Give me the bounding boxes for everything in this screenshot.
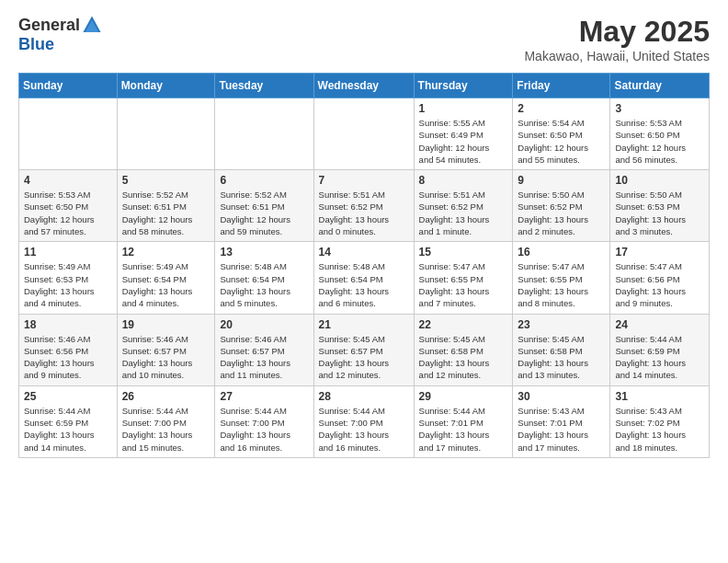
day-info: Sunrise: 5:53 AM Sunset: 6:50 PM Dayligh…	[24, 189, 112, 237]
day-number: 6	[220, 174, 308, 187]
day-number: 30	[518, 390, 605, 403]
calendar-cell: 16Sunrise: 5:47 AM Sunset: 6:55 PM Dayli…	[513, 242, 610, 314]
main-title: May 2025	[524, 15, 710, 49]
calendar-cell: 19Sunrise: 5:46 AM Sunset: 6:57 PM Dayli…	[117, 314, 215, 385]
day-number: 22	[419, 318, 508, 331]
week-row-5: 25Sunrise: 5:44 AM Sunset: 6:59 PM Dayli…	[19, 385, 710, 457]
day-info: Sunrise: 5:44 AM Sunset: 6:59 PM Dayligh…	[24, 405, 112, 454]
calendar-cell: 20Sunrise: 5:46 AM Sunset: 6:57 PM Dayli…	[215, 314, 313, 385]
calendar-cell	[215, 98, 313, 170]
day-info: Sunrise: 5:52 AM Sunset: 6:51 PM Dayligh…	[220, 189, 308, 237]
day-number: 4	[24, 174, 112, 187]
header-friday: Friday	[513, 74, 610, 98]
day-info: Sunrise: 5:49 AM Sunset: 6:54 PM Dayligh…	[122, 260, 210, 309]
day-info: Sunrise: 5:45 AM Sunset: 6:58 PM Dayligh…	[419, 333, 508, 382]
day-number: 12	[122, 246, 210, 259]
calendar-cell	[313, 98, 414, 170]
day-info: Sunrise: 5:55 AM Sunset: 6:49 PM Dayligh…	[419, 117, 508, 166]
day-number: 3	[615, 102, 704, 115]
day-info: Sunrise: 5:51 AM Sunset: 6:52 PM Dayligh…	[419, 189, 508, 237]
logo-blue: Blue	[18, 35, 54, 54]
day-number: 8	[419, 174, 508, 187]
day-info: Sunrise: 5:47 AM Sunset: 6:55 PM Dayligh…	[419, 260, 508, 309]
day-number: 14	[319, 246, 409, 259]
logo: General Blue	[18, 15, 102, 54]
day-info: Sunrise: 5:45 AM Sunset: 6:58 PM Dayligh…	[518, 333, 605, 382]
day-info: Sunrise: 5:50 AM Sunset: 6:52 PM Dayligh…	[518, 189, 605, 237]
day-info: Sunrise: 5:51 AM Sunset: 6:52 PM Dayligh…	[319, 189, 409, 237]
header-row: SundayMondayTuesdayWednesdayThursdayFrid…	[19, 74, 710, 98]
calendar-cell: 15Sunrise: 5:47 AM Sunset: 6:55 PM Dayli…	[414, 242, 513, 314]
day-number: 15	[419, 246, 508, 259]
calendar-cell: 29Sunrise: 5:44 AM Sunset: 7:01 PM Dayli…	[414, 385, 513, 457]
calendar-cell: 6Sunrise: 5:52 AM Sunset: 6:51 PM Daylig…	[215, 170, 313, 242]
calendar-cell: 30Sunrise: 5:43 AM Sunset: 7:01 PM Dayli…	[513, 385, 610, 457]
day-number: 29	[419, 390, 508, 403]
calendar-cell: 9Sunrise: 5:50 AM Sunset: 6:52 PM Daylig…	[513, 170, 610, 242]
day-info: Sunrise: 5:44 AM Sunset: 7:00 PM Dayligh…	[220, 405, 308, 454]
day-number: 17	[615, 246, 704, 259]
calendar-cell: 5Sunrise: 5:52 AM Sunset: 6:51 PM Daylig…	[117, 170, 215, 242]
week-row-3: 11Sunrise: 5:49 AM Sunset: 6:53 PM Dayli…	[19, 242, 710, 314]
header-monday: Monday	[117, 74, 215, 98]
title-block: May 2025 Makawao, Hawaii, United States	[524, 15, 710, 63]
calendar-cell: 25Sunrise: 5:44 AM Sunset: 6:59 PM Dayli…	[19, 385, 118, 457]
day-number: 28	[319, 390, 409, 403]
day-info: Sunrise: 5:44 AM Sunset: 7:01 PM Dayligh…	[419, 405, 508, 454]
day-number: 18	[24, 318, 112, 331]
calendar-cell: 14Sunrise: 5:48 AM Sunset: 6:54 PM Dayli…	[313, 242, 414, 314]
day-number: 23	[518, 318, 605, 331]
calendar-table: SundayMondayTuesdayWednesdayThursdayFrid…	[18, 73, 710, 458]
day-number: 19	[122, 318, 210, 331]
day-info: Sunrise: 5:43 AM Sunset: 7:01 PM Dayligh…	[518, 405, 605, 454]
calendar-cell: 26Sunrise: 5:44 AM Sunset: 7:00 PM Dayli…	[117, 385, 215, 457]
day-number: 25	[24, 390, 112, 403]
calendar-cell: 8Sunrise: 5:51 AM Sunset: 6:52 PM Daylig…	[414, 170, 513, 242]
day-info: Sunrise: 5:46 AM Sunset: 6:57 PM Dayligh…	[122, 333, 210, 382]
calendar-cell: 1Sunrise: 5:55 AM Sunset: 6:49 PM Daylig…	[414, 98, 513, 170]
day-number: 16	[518, 246, 605, 259]
day-number: 11	[24, 246, 112, 259]
calendar-cell: 24Sunrise: 5:44 AM Sunset: 6:59 PM Dayli…	[610, 314, 710, 385]
logo-icon	[82, 15, 102, 35]
day-info: Sunrise: 5:47 AM Sunset: 6:55 PM Dayligh…	[518, 260, 605, 309]
day-number: 24	[615, 318, 704, 331]
day-info: Sunrise: 5:49 AM Sunset: 6:53 PM Dayligh…	[24, 260, 112, 309]
day-info: Sunrise: 5:43 AM Sunset: 7:02 PM Dayligh…	[615, 405, 704, 454]
calendar-cell: 11Sunrise: 5:49 AM Sunset: 6:53 PM Dayli…	[19, 242, 118, 314]
week-row-1: 1Sunrise: 5:55 AM Sunset: 6:49 PM Daylig…	[19, 98, 710, 170]
day-info: Sunrise: 5:44 AM Sunset: 7:00 PM Dayligh…	[319, 405, 409, 454]
day-info: Sunrise: 5:46 AM Sunset: 6:57 PM Dayligh…	[220, 333, 308, 382]
calendar-cell: 3Sunrise: 5:53 AM Sunset: 6:50 PM Daylig…	[610, 98, 710, 170]
calendar-cell: 31Sunrise: 5:43 AM Sunset: 7:02 PM Dayli…	[610, 385, 710, 457]
day-info: Sunrise: 5:47 AM Sunset: 6:56 PM Dayligh…	[615, 260, 704, 309]
day-number: 21	[319, 318, 409, 331]
calendar-cell: 17Sunrise: 5:47 AM Sunset: 6:56 PM Dayli…	[610, 242, 710, 314]
header-thursday: Thursday	[414, 74, 513, 98]
day-number: 20	[220, 318, 308, 331]
calendar-cell: 22Sunrise: 5:45 AM Sunset: 6:58 PM Dayli…	[414, 314, 513, 385]
logo-text: General	[18, 15, 102, 35]
calendar-cell: 4Sunrise: 5:53 AM Sunset: 6:50 PM Daylig…	[19, 170, 118, 242]
day-number: 1	[419, 102, 508, 115]
day-info: Sunrise: 5:44 AM Sunset: 6:59 PM Dayligh…	[615, 333, 704, 382]
header-sunday: Sunday	[19, 74, 118, 98]
day-number: 13	[220, 246, 308, 259]
day-number: 7	[319, 174, 409, 187]
header-saturday: Saturday	[610, 74, 710, 98]
calendar-cell: 18Sunrise: 5:46 AM Sunset: 6:56 PM Dayli…	[19, 314, 118, 385]
header: General Blue May 2025 Makawao, Hawaii, U…	[18, 15, 710, 63]
day-info: Sunrise: 5:54 AM Sunset: 6:50 PM Dayligh…	[518, 117, 605, 166]
calendar-cell: 13Sunrise: 5:48 AM Sunset: 6:54 PM Dayli…	[215, 242, 313, 314]
week-row-4: 18Sunrise: 5:46 AM Sunset: 6:56 PM Dayli…	[19, 314, 710, 385]
header-tuesday: Tuesday	[215, 74, 313, 98]
day-number: 31	[615, 390, 704, 403]
day-number: 5	[122, 174, 210, 187]
calendar-cell: 7Sunrise: 5:51 AM Sunset: 6:52 PM Daylig…	[313, 170, 414, 242]
day-info: Sunrise: 5:52 AM Sunset: 6:51 PM Dayligh…	[122, 189, 210, 237]
week-row-2: 4Sunrise: 5:53 AM Sunset: 6:50 PM Daylig…	[19, 170, 710, 242]
calendar-cell: 10Sunrise: 5:50 AM Sunset: 6:53 PM Dayli…	[610, 170, 710, 242]
day-number: 2	[518, 102, 605, 115]
day-info: Sunrise: 5:50 AM Sunset: 6:53 PM Dayligh…	[615, 189, 704, 237]
day-info: Sunrise: 5:53 AM Sunset: 6:50 PM Dayligh…	[615, 117, 704, 166]
